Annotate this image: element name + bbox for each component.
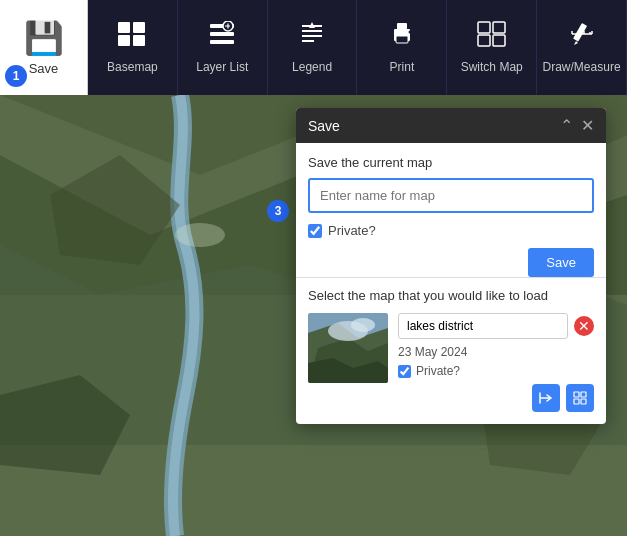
map-name-row: ✕ xyxy=(398,313,594,339)
private-row: Private? xyxy=(308,223,594,238)
toolbar: 💾 Save Basemap xyxy=(0,0,627,95)
toolbar-item-switch-map[interactable]: Switch Map xyxy=(447,0,537,95)
svg-rect-3 xyxy=(118,22,130,33)
svg-point-33 xyxy=(351,318,375,332)
switch-to-map-button[interactable] xyxy=(566,384,594,412)
dialog-close-button[interactable]: ✕ xyxy=(581,116,594,135)
load-map-button[interactable] xyxy=(532,384,560,412)
svg-rect-22 xyxy=(478,35,490,46)
layer-list-label: Layer List xyxy=(196,60,248,74)
save-label: Save xyxy=(29,61,59,76)
svg-rect-18 xyxy=(397,23,407,30)
legend-icon xyxy=(298,21,326,54)
toolbar-item-draw-measure[interactable]: Draw/Measure xyxy=(537,0,627,95)
svg-rect-24 xyxy=(573,23,587,42)
switch-map-icon xyxy=(477,21,507,54)
svg-point-19 xyxy=(408,31,411,34)
svg-rect-4 xyxy=(133,22,145,33)
dialog-header-controls: ⌃ ✕ xyxy=(560,116,594,135)
toolbar-items: Basemap Layer List xyxy=(88,0,627,95)
map-details: ✕ 23 May 2024 Private? xyxy=(398,313,594,412)
dialog-body: Save the current map Private? Save xyxy=(296,143,606,260)
svg-rect-6 xyxy=(133,35,145,46)
map-private-checkbox[interactable] xyxy=(398,365,411,378)
map-name-edit-input[interactable] xyxy=(398,313,568,339)
switch-map-label: Switch Map xyxy=(461,60,523,74)
save-dialog: Save ⌃ ✕ Save the current map Private? S… xyxy=(296,108,606,424)
basemap-icon xyxy=(117,21,147,54)
toolbar-item-layer-list[interactable]: Layer List xyxy=(178,0,268,95)
svg-rect-34 xyxy=(574,392,579,397)
draw-measure-icon xyxy=(568,21,596,54)
layer-list-icon xyxy=(208,21,236,54)
badge-1: 1 xyxy=(5,65,27,87)
private-checkbox[interactable] xyxy=(308,224,322,238)
toolbar-item-basemap[interactable]: Basemap xyxy=(88,0,178,95)
svg-rect-5 xyxy=(118,35,130,46)
svg-rect-23 xyxy=(493,35,505,46)
load-section: Select the map that you would like to lo… xyxy=(296,288,606,424)
svg-rect-20 xyxy=(478,22,490,33)
print-icon xyxy=(388,21,416,54)
svg-rect-8 xyxy=(210,32,234,36)
svg-rect-35 xyxy=(581,392,586,397)
map-entry: ✕ 23 May 2024 Private? xyxy=(308,313,594,412)
print-label: Print xyxy=(390,60,415,74)
map-action-buttons xyxy=(398,384,594,412)
draw-measure-label: Draw/Measure xyxy=(543,60,621,74)
svg-rect-9 xyxy=(210,40,234,44)
map-name-input[interactable] xyxy=(308,178,594,213)
legend-label: Legend xyxy=(292,60,332,74)
save-icon: 💾 xyxy=(24,19,64,57)
svg-rect-37 xyxy=(581,399,586,404)
toolbar-item-print[interactable]: Print xyxy=(357,0,447,95)
svg-point-2 xyxy=(175,223,225,247)
svg-rect-21 xyxy=(493,22,505,33)
basemap-label: Basemap xyxy=(107,60,158,74)
clear-map-button[interactable]: ✕ xyxy=(574,316,594,336)
svg-rect-17 xyxy=(396,36,408,43)
map-private-label: Private? xyxy=(416,364,460,378)
map-thumbnail xyxy=(308,313,388,383)
load-section-label: Select the map that you would like to lo… xyxy=(308,288,594,303)
name-input-wrap xyxy=(308,178,594,213)
save-button[interactable]: Save xyxy=(528,248,594,277)
toolbar-item-legend[interactable]: Legend xyxy=(268,0,358,95)
dialog-title: Save xyxy=(308,118,340,134)
dialog-collapse-button[interactable]: ⌃ xyxy=(560,116,573,135)
map-private-row: Private? xyxy=(398,364,594,378)
badge-3: 3 xyxy=(267,200,289,222)
svg-rect-36 xyxy=(574,399,579,404)
map-date: 23 May 2024 xyxy=(398,345,594,359)
dialog-header: Save ⌃ ✕ xyxy=(296,108,606,143)
section-divider xyxy=(296,277,606,278)
private-label: Private? xyxy=(328,223,376,238)
save-current-label: Save the current map xyxy=(308,155,594,170)
